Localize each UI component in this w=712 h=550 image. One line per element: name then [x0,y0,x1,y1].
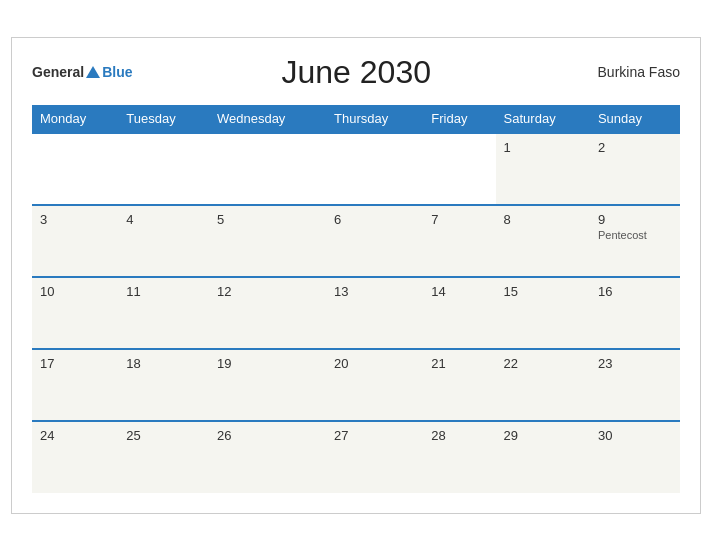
weekday-header-sunday: Sunday [590,105,680,133]
day-number: 18 [126,356,201,371]
calendar-cell: 25 [118,421,209,493]
day-number: 22 [504,356,582,371]
day-number: 24 [40,428,110,443]
calendar-wrapper: General Blue June 2030 Burkina Faso Mond… [11,37,701,514]
calendar-cell: 27 [326,421,423,493]
day-number: 16 [598,284,672,299]
day-number: 1 [504,140,582,155]
day-number: 9 [598,212,672,227]
day-number: 28 [431,428,487,443]
calendar-row-3: 17181920212223 [32,349,680,421]
calendar-cell: 19 [209,349,326,421]
calendar-cell: 28 [423,421,495,493]
weekday-header-friday: Friday [423,105,495,133]
calendar-cell: 8 [496,205,590,277]
calendar-cell: 22 [496,349,590,421]
weekday-header-row: MondayTuesdayWednesdayThursdayFridaySatu… [32,105,680,133]
weekday-header-tuesday: Tuesday [118,105,209,133]
day-number: 5 [217,212,318,227]
calendar-cell: 11 [118,277,209,349]
logo-general-text: General [32,64,84,80]
day-number: 26 [217,428,318,443]
calendar-cell: 1 [496,133,590,205]
day-number: 10 [40,284,110,299]
calendar-cell: 3 [32,205,118,277]
day-number: 25 [126,428,201,443]
calendar-cell: 23 [590,349,680,421]
calendar-cell: 16 [590,277,680,349]
day-number: 6 [334,212,415,227]
weekday-header-saturday: Saturday [496,105,590,133]
day-number: 15 [504,284,582,299]
calendar-row-2: 10111213141516 [32,277,680,349]
day-number: 27 [334,428,415,443]
day-number: 13 [334,284,415,299]
calendar-cell: 15 [496,277,590,349]
weekday-header-wednesday: Wednesday [209,105,326,133]
calendar-cell: 10 [32,277,118,349]
calendar-cell: 18 [118,349,209,421]
day-number: 29 [504,428,582,443]
day-number: 23 [598,356,672,371]
calendar-row-4: 24252627282930 [32,421,680,493]
day-number: 12 [217,284,318,299]
calendar-cell: 6 [326,205,423,277]
day-number: 19 [217,356,318,371]
calendar-cell: 7 [423,205,495,277]
logo: General Blue [32,64,132,80]
weekday-header-thursday: Thursday [326,105,423,133]
calendar-cell [118,133,209,205]
calendar-grid: MondayTuesdayWednesdayThursdayFridaySatu… [32,105,680,493]
logo-triangle-icon [86,66,100,78]
calendar-cell: 4 [118,205,209,277]
day-number: 17 [40,356,110,371]
calendar-cell [423,133,495,205]
calendar-cell: 2 [590,133,680,205]
calendar-country: Burkina Faso [580,64,680,80]
calendar-cell [209,133,326,205]
day-number: 8 [504,212,582,227]
calendar-cell: 17 [32,349,118,421]
calendar-cell: 24 [32,421,118,493]
calendar-title: June 2030 [132,54,580,91]
day-event: Pentecost [598,229,672,241]
weekday-header-monday: Monday [32,105,118,133]
calendar-cell [326,133,423,205]
day-number: 21 [431,356,487,371]
calendar-cell: 21 [423,349,495,421]
calendar-cell: 29 [496,421,590,493]
calendar-cell: 30 [590,421,680,493]
day-number: 11 [126,284,201,299]
calendar-header: General Blue June 2030 Burkina Faso [32,54,680,91]
calendar-cell: 20 [326,349,423,421]
day-number: 4 [126,212,201,227]
day-number: 2 [598,140,672,155]
calendar-cell [32,133,118,205]
calendar-row-1: 3456789Pentecost [32,205,680,277]
calendar-cell: 12 [209,277,326,349]
day-number: 30 [598,428,672,443]
calendar-cell: 26 [209,421,326,493]
day-number: 3 [40,212,110,227]
day-number: 7 [431,212,487,227]
day-number: 14 [431,284,487,299]
calendar-row-0: 12 [32,133,680,205]
calendar-cell: 14 [423,277,495,349]
calendar-cell: 13 [326,277,423,349]
logo-blue-text: Blue [102,64,132,80]
calendar-cell: 9Pentecost [590,205,680,277]
day-number: 20 [334,356,415,371]
calendar-cell: 5 [209,205,326,277]
